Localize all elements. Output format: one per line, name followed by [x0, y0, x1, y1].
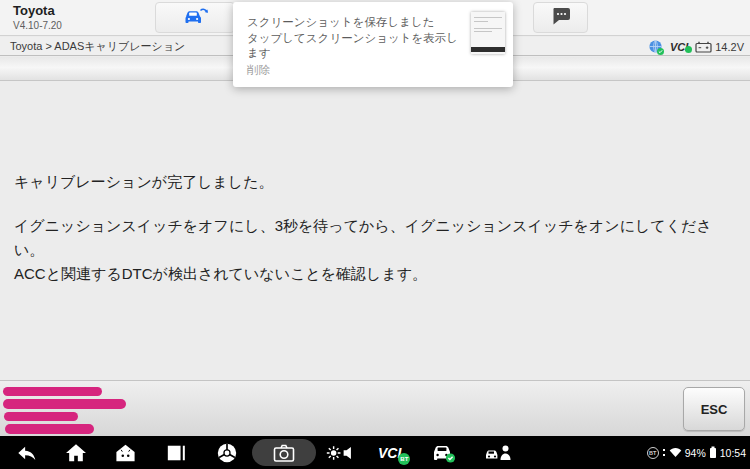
redaction-bar: [5, 424, 94, 434]
redaction-bar: [3, 387, 102, 396]
instruction-text: キャリブレーションが完了しました。 イグニッションスイッチをオフにし、3秒を待っ…: [14, 170, 740, 286]
bluetooth-badge: BT: [647, 447, 659, 459]
message-button[interactable]: [533, 2, 588, 33]
adas-calibration-screen: Toyota V4.10-7.20: [0, 0, 750, 469]
maxisys-home-icon[interactable]: [114, 443, 137, 463]
signal-dots-icon: [662, 448, 666, 458]
title-block: Toyota V4.10-7.20: [13, 3, 62, 32]
remote-expert-icon[interactable]: [484, 442, 514, 464]
battery-percent: 94%: [685, 447, 706, 459]
vehicle-swap-button[interactable]: [155, 2, 235, 33]
screenshot-notification[interactable]: スクリーンショットを保存しました タップしてスクリーンショットを表示します 削除: [233, 2, 513, 87]
instruction-line-1: キャリブレーションが完了しました。: [14, 170, 740, 194]
bt-connected-badge: BT: [398, 453, 410, 465]
esc-button[interactable]: ESC: [683, 387, 745, 431]
instruction-line-3: ACCと関連するDTCが検出されていないことを確認します。: [14, 262, 740, 286]
vehicle-swap-icon: [180, 4, 210, 32]
clock: 10:54: [720, 447, 746, 459]
vci-bt-icon[interactable]: VCI BT: [378, 444, 401, 462]
chrome-icon[interactable]: [216, 442, 238, 464]
wifi-icon: [669, 447, 682, 458]
breadcrumb: Toyota > ADASキャリブレーション: [10, 39, 185, 54]
notification-text: スクリーンショットを保存しました タップしてスクリーンショットを表示します: [247, 15, 467, 62]
notification-title: スクリーンショットを保存しました: [247, 15, 467, 31]
back-icon[interactable]: [15, 443, 38, 463]
android-navbar: VCI BT BT: [0, 436, 750, 469]
globe-network-icon: [648, 39, 663, 54]
delete-action[interactable]: 削除: [247, 63, 270, 78]
vci-connected-dot: [685, 46, 692, 53]
screenshot-thumbnail[interactable]: [471, 12, 505, 54]
recent-apps-icon[interactable]: [165, 443, 187, 463]
vehicle-voltage: 14.2V: [695, 40, 744, 53]
message-icon: [550, 6, 572, 30]
instruction-line-2: イグニッションスイッチをオフにし、3秒を待ってから、イグニッションスイッチをオン…: [14, 214, 740, 262]
camera-icon[interactable]: [272, 442, 296, 463]
car-battery-icon: [695, 40, 712, 53]
battery-icon: [709, 446, 717, 459]
voltage-value: 14.2V: [715, 41, 744, 53]
brightness-volume-icon[interactable]: [326, 443, 354, 463]
software-version: V4.10-7.20: [13, 19, 62, 32]
page-title: Toyota: [13, 3, 62, 19]
status-indicators: VCI 14.2V: [648, 37, 744, 56]
vci-status-icon: VCI: [670, 41, 688, 53]
redaction-bar: [4, 412, 78, 421]
home-icon[interactable]: [65, 443, 87, 463]
vehicle-connected-icon[interactable]: [430, 442, 458, 464]
main-content: キャリブレーションが完了しました。 イグニッションスイッチをオフにし、3秒を待っ…: [0, 82, 750, 380]
camera-button-highlight[interactable]: [252, 439, 316, 466]
footer-bar: ESC: [0, 380, 750, 436]
redaction-bar: [3, 399, 126, 409]
notification-subtitle: タップしてスクリーンショットを表示します: [247, 31, 467, 62]
system-status: BT 94% 10:54: [647, 436, 746, 469]
